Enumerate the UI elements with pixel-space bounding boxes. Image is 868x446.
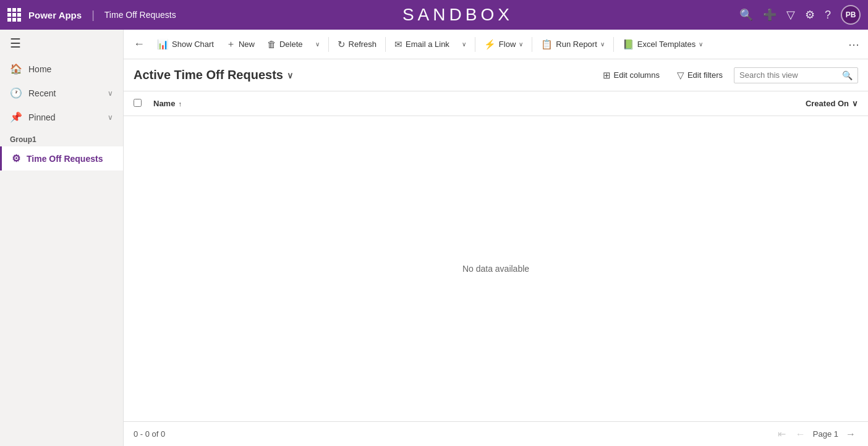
- chevron-down-icon-email: ∨: [462, 41, 466, 48]
- search-box-icon[interactable]: 🔍: [842, 70, 853, 80]
- top-navigation: Power Apps | Time Off Requests SANDBOX 🔍…: [0, 0, 868, 30]
- run-report-icon: 📋: [541, 39, 553, 50]
- home-label: Home: [28, 64, 51, 74]
- sidebar-collapse-button[interactable]: ☰: [0, 30, 123, 57]
- entity-label: Time Off Requests: [27, 154, 103, 164]
- excel-templates-button[interactable]: 📗 Excel Templates ∨: [618, 35, 708, 54]
- refresh-label: Refresh: [349, 40, 377, 49]
- table-header: Name ↑ Created On ∨: [124, 91, 868, 116]
- flow-button[interactable]: ⚡ Flow ∨: [479, 35, 528, 54]
- filter-icon[interactable]: ▽: [786, 8, 795, 22]
- header-checkbox[interactable]: [134, 99, 142, 107]
- home-icon: 🏠: [10, 63, 22, 75]
- flow-icon: ⚡: [484, 39, 496, 50]
- edit-columns-label: Edit columns: [614, 70, 660, 80]
- sidebar-item-home[interactable]: 🏠 Home: [0, 57, 123, 81]
- app-name[interactable]: Power Apps: [28, 10, 82, 20]
- settings-icon[interactable]: ⚙: [805, 8, 815, 22]
- flow-chevron-icon: ∨: [519, 41, 523, 48]
- pinned-chevron-icon: ∨: [108, 113, 113, 122]
- main-layout: ☰ 🏠 Home 🕐 Recent ∨ 📌 Pinned ∨ Group1 ⚙ …: [0, 30, 868, 446]
- hamburger-icon: ☰: [10, 36, 21, 51]
- run-report-chevron-icon: ∨: [600, 41, 605, 48]
- sidebar-item-time-off-requests[interactable]: ⚙ Time Off Requests: [0, 146, 123, 170]
- flow-label: Flow: [499, 40, 516, 49]
- search-box[interactable]: 🔍: [734, 67, 858, 83]
- record-count: 0 - 0 of 0: [134, 429, 165, 439]
- show-chart-button[interactable]: 📊 Show Chart: [152, 35, 219, 54]
- name-column-header[interactable]: Name ↑: [153, 99, 806, 108]
- waffle-icon[interactable]: [7, 8, 21, 22]
- cmd-separator-2: [385, 37, 386, 52]
- recent-label: Recent: [28, 88, 56, 98]
- more-button[interactable]: ⋯: [845, 34, 863, 55]
- search-icon[interactable]: 🔍: [739, 8, 753, 22]
- view-title[interactable]: Active Time Off Requests ∨: [134, 68, 293, 82]
- first-page-button[interactable]: ⇤: [775, 426, 788, 442]
- prev-page-button[interactable]: ←: [793, 426, 808, 442]
- chevron-button-delete[interactable]: ∨: [310, 37, 325, 51]
- back-button[interactable]: ←: [129, 34, 150, 54]
- edit-filters-label: Edit filters: [687, 70, 723, 80]
- view-header: Active Time Off Requests ∨ ⊞ Edit column…: [124, 59, 868, 91]
- refresh-icon: ↻: [338, 39, 346, 50]
- sidebar-item-pinned[interactable]: 📌 Pinned ∨: [0, 105, 123, 129]
- chevron-down-icon: ∨: [315, 41, 320, 48]
- email-link-button[interactable]: ✉ Email a Link: [389, 35, 454, 54]
- excel-chevron-icon: ∨: [699, 41, 703, 48]
- sidebar: ☰ 🏠 Home 🕐 Recent ∨ 📌 Pinned ∨ Group1 ⚙ …: [0, 30, 124, 446]
- view-title-text: Active Time Off Requests: [134, 68, 283, 82]
- new-label: New: [239, 40, 255, 49]
- next-page-button[interactable]: →: [843, 426, 858, 442]
- chevron-button-email[interactable]: ∨: [457, 37, 471, 51]
- nav-page-title: Time Off Requests: [104, 10, 176, 20]
- show-chart-label: Show Chart: [172, 40, 214, 49]
- edit-columns-button[interactable]: ⊞ Edit columns: [597, 66, 666, 85]
- cmd-separator-5: [613, 37, 614, 52]
- new-button[interactable]: ＋ New: [221, 35, 260, 54]
- view-title-chevron-icon: ∨: [287, 70, 293, 80]
- cmd-separator-4: [532, 37, 532, 52]
- select-all-checkbox[interactable]: [134, 99, 153, 109]
- name-column-label: Name: [153, 99, 175, 108]
- created-on-chevron-icon: ∨: [852, 99, 858, 108]
- excel-templates-label: Excel Templates: [637, 40, 696, 49]
- refresh-button[interactable]: ↻ Refresh: [333, 35, 382, 54]
- excel-icon: 📗: [623, 39, 634, 50]
- edit-columns-icon: ⊞: [603, 70, 611, 81]
- pagination: ⇤ ← Page 1 →: [775, 426, 858, 442]
- created-on-column-header[interactable]: Created On ∨: [806, 99, 858, 108]
- new-icon: ＋: [226, 38, 236, 50]
- sort-ascending-icon: ↑: [178, 100, 182, 107]
- table-footer: 0 - 0 of 0 ⇤ ← Page 1 →: [124, 421, 868, 446]
- recent-icon: 🕐: [10, 87, 22, 99]
- recent-chevron-icon: ∨: [108, 89, 113, 98]
- cmd-separator-1: [328, 37, 329, 52]
- created-on-label: Created On: [806, 99, 849, 108]
- view-header-actions: ⊞ Edit columns ▽ Edit filters 🔍: [597, 66, 859, 85]
- chart-icon: 📊: [157, 39, 169, 50]
- delete-button[interactable]: 🗑 Delete: [262, 35, 308, 53]
- command-bar: ← 📊 Show Chart ＋ New 🗑 Delete ∨ ↻ Refres…: [124, 30, 868, 59]
- cmd-separator-3: [475, 37, 475, 52]
- table-body: No data available: [124, 116, 868, 421]
- sidebar-item-recent[interactable]: 🕐 Recent ∨: [0, 81, 123, 105]
- content-area: ← 📊 Show Chart ＋ New 🗑 Delete ∨ ↻ Refres…: [124, 30, 868, 446]
- no-data-message: No data available: [462, 264, 529, 274]
- email-icon: ✉: [394, 39, 402, 50]
- edit-filters-icon: ▽: [677, 70, 684, 81]
- group-label: Group1: [0, 129, 123, 146]
- email-link-label: Email a Link: [406, 40, 449, 49]
- delete-icon: 🗑: [267, 39, 276, 49]
- help-icon[interactable]: ?: [825, 9, 831, 22]
- pinned-icon: 📌: [10, 111, 22, 123]
- nav-separator: |: [91, 9, 95, 22]
- user-avatar[interactable]: PB: [841, 5, 861, 25]
- add-icon[interactable]: ➕: [763, 8, 777, 22]
- sandbox-title: SANDBOX: [402, 5, 513, 25]
- search-input[interactable]: [739, 70, 838, 80]
- pinned-label: Pinned: [28, 112, 56, 122]
- run-report-button[interactable]: 📋 Run Report ∨: [536, 35, 609, 54]
- run-report-label: Run Report: [556, 40, 597, 49]
- edit-filters-button[interactable]: ▽ Edit filters: [671, 66, 729, 85]
